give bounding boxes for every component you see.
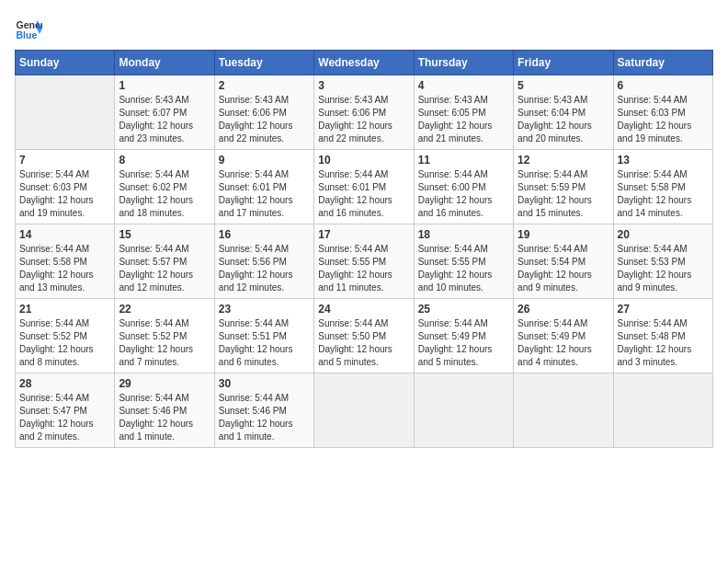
calendar-cell: 4Sunrise: 5:43 AM Sunset: 6:05 PM Daylig… — [414, 75, 513, 150]
calendar-cell: 26Sunrise: 5:44 AM Sunset: 5:49 PM Dayli… — [514, 299, 613, 373]
day-number: 27 — [618, 303, 709, 316]
day-info: Sunrise: 5:44 AM Sunset: 6:02 PM Dayligh… — [119, 168, 210, 220]
calendar-cell: 7Sunrise: 5:44 AM Sunset: 6:03 PM Daylig… — [16, 150, 115, 224]
day-info: Sunrise: 5:44 AM Sunset: 6:01 PM Dayligh… — [219, 168, 310, 220]
day-number: 22 — [119, 303, 210, 316]
day-info: Sunrise: 5:44 AM Sunset: 5:46 PM Dayligh… — [119, 392, 210, 443]
day-info: Sunrise: 5:44 AM Sunset: 6:03 PM Dayligh… — [618, 94, 709, 145]
page-header: General Blue — [15, 15, 713, 42]
calendar-body: 1Sunrise: 5:43 AM Sunset: 6:07 PM Daylig… — [16, 75, 713, 448]
day-info: Sunrise: 5:44 AM Sunset: 5:46 PM Dayligh… — [219, 392, 310, 443]
calendar-cell — [314, 373, 414, 448]
day-info: Sunrise: 5:44 AM Sunset: 6:01 PM Dayligh… — [318, 168, 409, 220]
calendar-cell: 27Sunrise: 5:44 AM Sunset: 5:48 PM Dayli… — [613, 299, 712, 373]
calendar-cell: 24Sunrise: 5:44 AM Sunset: 5:50 PM Dayli… — [314, 299, 414, 373]
day-info: Sunrise: 5:43 AM Sunset: 6:05 PM Dayligh… — [418, 94, 509, 145]
day-number: 26 — [518, 303, 609, 316]
calendar-cell: 1Sunrise: 5:43 AM Sunset: 6:07 PM Daylig… — [115, 75, 214, 150]
logo: General Blue — [15, 15, 46, 42]
day-info: Sunrise: 5:44 AM Sunset: 5:57 PM Dayligh… — [119, 243, 210, 294]
day-info: Sunrise: 5:44 AM Sunset: 5:51 PM Dayligh… — [219, 317, 310, 369]
calendar-cell — [514, 373, 613, 448]
calendar-cell: 11Sunrise: 5:44 AM Sunset: 6:00 PM Dayli… — [414, 150, 513, 224]
weekday-header: Sunday — [16, 51, 115, 75]
day-info: Sunrise: 5:44 AM Sunset: 5:52 PM Dayligh… — [19, 317, 110, 369]
day-info: Sunrise: 5:44 AM Sunset: 5:58 PM Dayligh… — [618, 168, 709, 220]
weekday-header: Thursday — [414, 51, 513, 75]
day-number: 1 — [119, 79, 210, 92]
day-number: 25 — [418, 303, 509, 316]
day-number: 19 — [518, 228, 609, 241]
day-number: 14 — [19, 228, 110, 241]
day-number: 4 — [418, 79, 509, 92]
day-info: Sunrise: 5:44 AM Sunset: 5:52 PM Dayligh… — [119, 317, 210, 369]
calendar-cell: 9Sunrise: 5:44 AM Sunset: 6:01 PM Daylig… — [214, 150, 313, 224]
day-number: 8 — [119, 154, 210, 167]
calendar-cell: 29Sunrise: 5:44 AM Sunset: 5:46 PM Dayli… — [115, 373, 214, 448]
weekday-header: Wednesday — [314, 51, 414, 75]
weekday-header: Tuesday — [214, 51, 313, 75]
day-info: Sunrise: 5:44 AM Sunset: 5:48 PM Dayligh… — [618, 317, 709, 369]
day-info: Sunrise: 5:44 AM Sunset: 5:55 PM Dayligh… — [418, 243, 509, 294]
day-number: 28 — [19, 377, 110, 390]
day-number: 18 — [418, 228, 509, 241]
calendar-cell: 16Sunrise: 5:44 AM Sunset: 5:56 PM Dayli… — [214, 224, 313, 299]
day-info: Sunrise: 5:43 AM Sunset: 6:06 PM Dayligh… — [219, 94, 310, 145]
calendar-cell: 23Sunrise: 5:44 AM Sunset: 5:51 PM Dayli… — [214, 299, 313, 373]
calendar-cell: 17Sunrise: 5:44 AM Sunset: 5:55 PM Dayli… — [314, 224, 414, 299]
day-number: 20 — [618, 228, 709, 241]
day-number: 21 — [19, 303, 110, 316]
calendar-cell: 28Sunrise: 5:44 AM Sunset: 5:47 PM Dayli… — [16, 373, 115, 448]
calendar-cell — [613, 373, 712, 448]
day-info: Sunrise: 5:43 AM Sunset: 6:06 PM Dayligh… — [318, 94, 409, 145]
calendar-header: SundayMondayTuesdayWednesdayThursdayFrid… — [16, 51, 713, 75]
day-number: 6 — [618, 79, 709, 92]
day-info: Sunrise: 5:44 AM Sunset: 5:58 PM Dayligh… — [19, 243, 110, 294]
day-info: Sunrise: 5:43 AM Sunset: 6:07 PM Dayligh… — [119, 94, 210, 145]
day-number: 17 — [318, 228, 409, 241]
calendar-cell: 3Sunrise: 5:43 AM Sunset: 6:06 PM Daylig… — [314, 75, 414, 150]
calendar-cell: 10Sunrise: 5:44 AM Sunset: 6:01 PM Dayli… — [314, 150, 414, 224]
day-number: 30 — [219, 377, 310, 390]
day-number: 23 — [219, 303, 310, 316]
calendar-cell: 12Sunrise: 5:44 AM Sunset: 5:59 PM Dayli… — [514, 150, 613, 224]
svg-marker-3 — [37, 29, 42, 34]
day-number: 9 — [219, 154, 310, 167]
calendar-cell: 14Sunrise: 5:44 AM Sunset: 5:58 PM Dayli… — [16, 224, 115, 299]
calendar-cell: 15Sunrise: 5:44 AM Sunset: 5:57 PM Dayli… — [115, 224, 214, 299]
calendar-cell: 21Sunrise: 5:44 AM Sunset: 5:52 PM Dayli… — [16, 299, 115, 373]
calendar-cell: 5Sunrise: 5:43 AM Sunset: 6:04 PM Daylig… — [514, 75, 613, 150]
weekday-header: Saturday — [613, 51, 712, 75]
day-number: 13 — [618, 154, 709, 167]
day-info: Sunrise: 5:44 AM Sunset: 5:53 PM Dayligh… — [618, 243, 709, 294]
calendar-cell: 8Sunrise: 5:44 AM Sunset: 6:02 PM Daylig… — [115, 150, 214, 224]
calendar-cell: 25Sunrise: 5:44 AM Sunset: 5:49 PM Dayli… — [414, 299, 513, 373]
day-number: 2 — [219, 79, 310, 92]
calendar-cell — [414, 373, 513, 448]
calendar-cell — [16, 75, 115, 150]
svg-text:Blue: Blue — [17, 29, 38, 40]
calendar-cell: 6Sunrise: 5:44 AM Sunset: 6:03 PM Daylig… — [613, 75, 712, 150]
day-number: 10 — [318, 154, 409, 167]
logo-icon: General Blue — [15, 15, 42, 42]
day-info: Sunrise: 5:43 AM Sunset: 6:04 PM Dayligh… — [518, 94, 609, 145]
day-number: 3 — [318, 79, 409, 92]
weekday-header: Monday — [115, 51, 214, 75]
calendar-cell: 13Sunrise: 5:44 AM Sunset: 5:58 PM Dayli… — [613, 150, 712, 224]
calendar-table: SundayMondayTuesdayWednesdayThursdayFrid… — [15, 50, 713, 448]
day-number: 15 — [119, 228, 210, 241]
weekday-header: Friday — [514, 51, 613, 75]
day-number: 16 — [219, 228, 310, 241]
calendar-cell: 30Sunrise: 5:44 AM Sunset: 5:46 PM Dayli… — [214, 373, 313, 448]
day-info: Sunrise: 5:44 AM Sunset: 5:56 PM Dayligh… — [219, 243, 310, 294]
day-info: Sunrise: 5:44 AM Sunset: 5:54 PM Dayligh… — [518, 243, 609, 294]
day-info: Sunrise: 5:44 AM Sunset: 5:59 PM Dayligh… — [518, 168, 609, 220]
day-number: 7 — [19, 154, 110, 167]
day-info: Sunrise: 5:44 AM Sunset: 6:03 PM Dayligh… — [19, 168, 110, 220]
day-number: 5 — [518, 79, 609, 92]
day-number: 24 — [318, 303, 409, 316]
calendar-cell: 19Sunrise: 5:44 AM Sunset: 5:54 PM Dayli… — [514, 224, 613, 299]
day-info: Sunrise: 5:44 AM Sunset: 5:49 PM Dayligh… — [518, 317, 609, 369]
day-info: Sunrise: 5:44 AM Sunset: 5:47 PM Dayligh… — [19, 392, 110, 443]
day-info: Sunrise: 5:44 AM Sunset: 6:00 PM Dayligh… — [418, 168, 509, 220]
